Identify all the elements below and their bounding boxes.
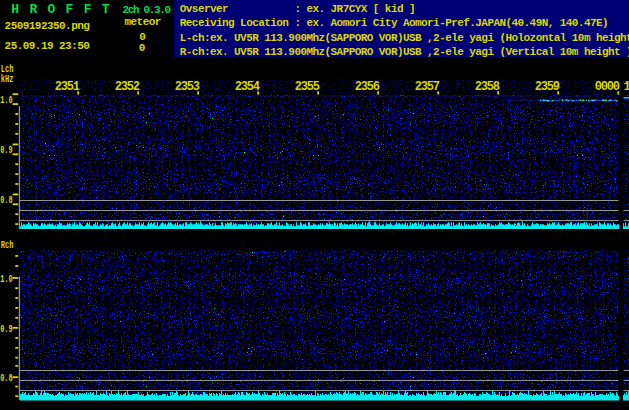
- svg-text:kHz: kHz: [1, 73, 14, 85]
- svg-text:2358: 2358: [475, 80, 500, 94]
- svg-text:0.8: 0.8: [0, 372, 12, 384]
- svg-text:R: R: [29, 2, 37, 17]
- svg-text:Rch: Rch: [1, 239, 14, 251]
- svg-text:2351: 2351: [55, 80, 80, 94]
- svg-text:T: T: [102, 2, 110, 17]
- svg-text:2356: 2356: [355, 80, 380, 94]
- svg-text:25.09.19 23:50: 25.09.19 23:50: [5, 40, 90, 52]
- svg-text:2355: 2355: [295, 80, 320, 94]
- svg-text:1.0: 1.0: [0, 94, 12, 106]
- svg-text:Ovserver : ex. JR7CY: Ovserver : ex. JR7CYX [ kid ]: [180, 3, 415, 15]
- svg-text:R-ch:ex. UV5R 113.900Mhz(SAPPO: R-ch:ex. UV5R 113.900Mhz(SAPPORO VOR)USB…: [180, 46, 629, 58]
- svg-text:L-ch:ex. UV5R 113.900Mhz(SAPPO: L-ch:ex. UV5R 113.900Mhz(SAPPORO VOR)USB…: [180, 32, 629, 44]
- svg-text:H: H: [11, 2, 19, 17]
- svg-text:10s: 10s: [624, 80, 629, 94]
- svg-text:F: F: [66, 2, 74, 17]
- svg-text:2ch 0.3.0: 2ch 0.3.0: [123, 4, 171, 16]
- svg-text:2357: 2357: [415, 80, 440, 94]
- svg-text:2509192350.png: 2509192350.png: [5, 20, 90, 32]
- svg-text:Receiving Location : ex. Aomor: Receiving Location : ex. Aomori City Aom…: [180, 17, 608, 29]
- svg-text:0.9: 0.9: [0, 144, 12, 156]
- svg-text:2353: 2353: [175, 80, 200, 94]
- svg-text:F: F: [84, 2, 92, 17]
- svg-text:1.0: 1.0: [0, 273, 12, 285]
- svg-text:meteor: meteor: [125, 16, 161, 28]
- svg-text:0.9: 0.9: [0, 323, 12, 335]
- svg-text:2359: 2359: [535, 80, 560, 94]
- svg-text:2354: 2354: [235, 80, 260, 94]
- svg-text:2352: 2352: [115, 80, 140, 94]
- svg-text:0: 0: [139, 42, 145, 54]
- svg-text:O: O: [48, 2, 56, 17]
- svg-text:0000: 0000: [595, 80, 620, 94]
- svg-text:0.8: 0.8: [0, 194, 12, 206]
